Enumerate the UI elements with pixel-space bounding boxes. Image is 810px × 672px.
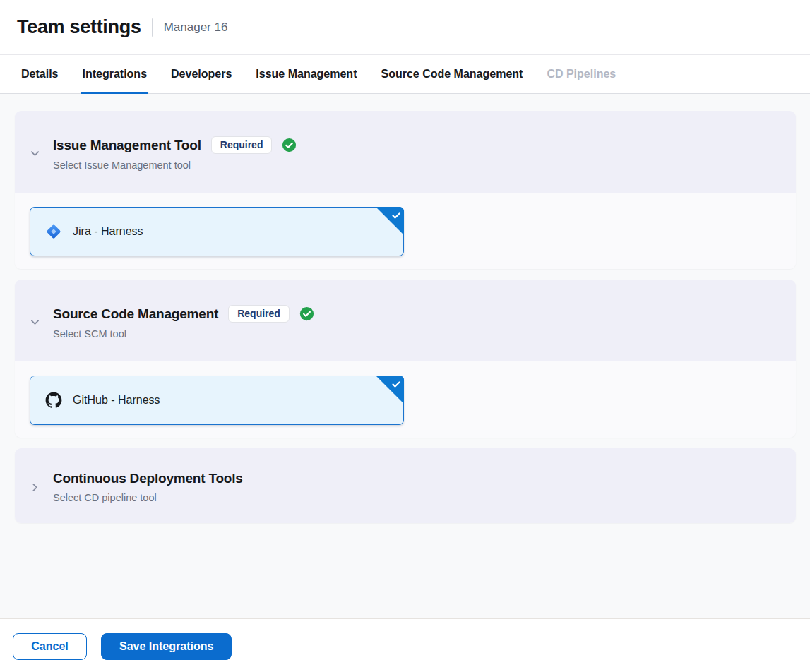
save-integrations-button[interactable]: Save Integrations xyxy=(101,633,232,660)
section-scm-header[interactable]: Source Code Management Required Select S… xyxy=(15,280,796,361)
chevron-down-icon xyxy=(29,316,41,328)
selected-corner-badge xyxy=(376,207,404,235)
option-label: Jira - Harness xyxy=(73,225,143,238)
section-subtitle: Select CD pipeline tool xyxy=(53,492,243,503)
section-issue-management-tool: Issue Management Tool Required Select Is… xyxy=(15,111,796,269)
section-issue-management-header[interactable]: Issue Management Tool Required Select Is… xyxy=(15,111,796,193)
jira-icon xyxy=(45,223,62,240)
option-github-harness[interactable]: GitHub - Harness xyxy=(30,376,404,425)
integrations-panel: Issue Management Tool Required Select Is… xyxy=(0,94,810,618)
tab-source-code-management[interactable]: Source Code Management xyxy=(379,55,524,93)
tab-bar: Details Integrations Developers Issue Ma… xyxy=(0,54,810,94)
tab-developers[interactable]: Developers xyxy=(169,55,233,93)
check-circle-icon xyxy=(299,306,314,321)
chevron-right-icon xyxy=(29,481,41,493)
tab-details[interactable]: Details xyxy=(20,55,59,93)
option-label: GitHub - Harness xyxy=(73,394,160,407)
tab-cd-pipelines: CD Pipelines xyxy=(545,55,617,93)
section-cd-header[interactable]: Continuous Deployment Tools Select CD pi… xyxy=(15,448,796,523)
section-source-code-management: Source Code Management Required Select S… xyxy=(15,280,796,438)
page-title: Team settings xyxy=(17,16,141,38)
required-badge: Required xyxy=(228,305,290,323)
required-badge: Required xyxy=(211,136,273,154)
title-separator xyxy=(152,18,153,37)
section-title: Continuous Deployment Tools xyxy=(53,471,243,486)
page-header: Team settings Manager 16 xyxy=(0,0,810,54)
section-subtitle: Select SCM tool xyxy=(53,328,314,340)
chevron-down-icon xyxy=(29,148,41,160)
tab-integrations[interactable]: Integrations xyxy=(81,55,148,93)
check-icon xyxy=(391,210,401,220)
page-subtitle: Manager 16 xyxy=(164,20,228,35)
tab-issue-management[interactable]: Issue Management xyxy=(254,55,358,93)
github-icon xyxy=(45,392,62,409)
section-title: Source Code Management xyxy=(53,306,218,322)
footer-action-bar: Cancel Save Integrations xyxy=(0,618,810,672)
selected-corner-badge xyxy=(376,376,404,404)
section-subtitle: Select Issue Management tool xyxy=(53,160,297,171)
option-jira-harness[interactable]: Jira - Harness xyxy=(30,207,404,256)
cancel-button[interactable]: Cancel xyxy=(13,633,87,660)
check-circle-icon xyxy=(282,138,297,152)
section-continuous-deployment-tools: Continuous Deployment Tools Select CD pi… xyxy=(15,448,796,523)
check-icon xyxy=(391,379,401,389)
section-title: Issue Management Tool xyxy=(53,138,201,153)
